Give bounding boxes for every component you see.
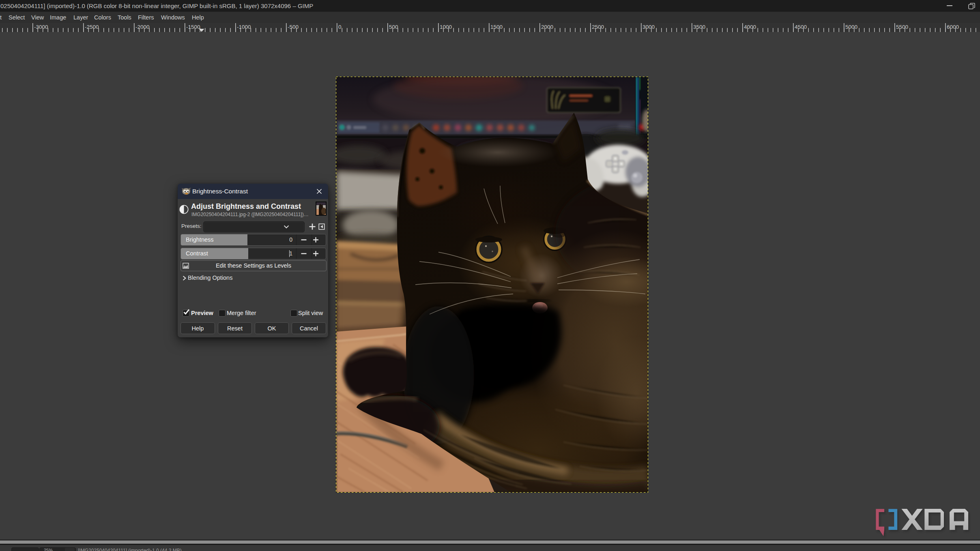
svg-text:-2500: -2500	[85, 24, 99, 30]
svg-text:5000: 5000	[845, 24, 858, 30]
svg-text:4500: 4500	[795, 24, 807, 30]
svg-text:-3000: -3000	[34, 24, 48, 30]
svg-text:-1500: -1500	[186, 24, 200, 30]
svg-text:2500: 2500	[592, 24, 604, 30]
svg-text:4000: 4000	[744, 24, 756, 30]
svg-text:500: 500	[389, 24, 398, 30]
svg-text:3500: 3500	[693, 24, 705, 30]
svg-text:-500: -500	[288, 24, 299, 30]
svg-text:5500: 5500	[896, 24, 908, 30]
svg-text:1500: 1500	[490, 24, 503, 30]
svg-text:3000: 3000	[643, 24, 655, 30]
svg-text:0: 0	[338, 24, 342, 30]
svg-text:6000: 6000	[947, 24, 959, 30]
svg-text:1000: 1000	[440, 24, 452, 30]
svg-text:-1000: -1000	[237, 24, 251, 30]
svg-text:-2000: -2000	[135, 24, 150, 30]
svg-text:2000: 2000	[541, 24, 553, 30]
